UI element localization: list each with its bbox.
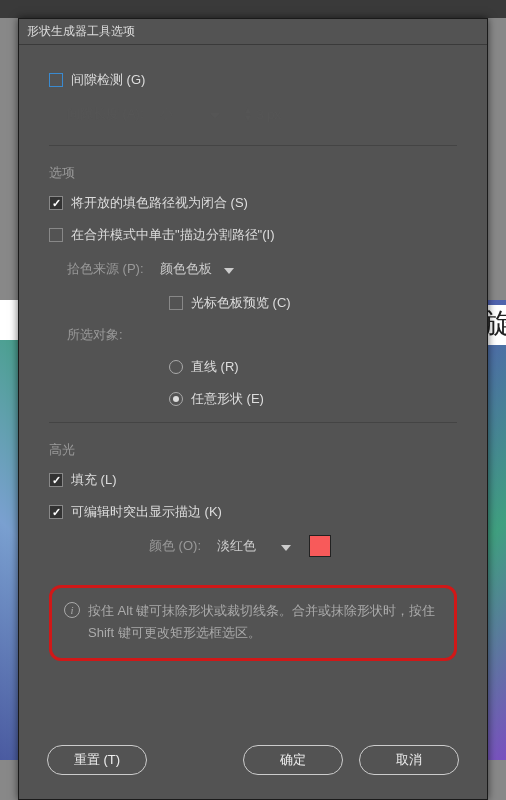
selected-object-label: 所选对象:: [67, 326, 123, 344]
divider: [49, 145, 457, 146]
gap-detection-checkbox[interactable]: [49, 73, 63, 87]
open-path-label: 将开放的填色路径视为闭合 (S): [71, 194, 248, 212]
shape-builder-options-dialog: 形状生成器工具选项 间隙检测 (G) 间隙长度 (A): 小 ▲▼ 3 px 选…: [18, 18, 488, 800]
ok-button[interactable]: 确定: [243, 745, 343, 775]
gap-length-label: 间隙长度 (A):: [67, 105, 144, 123]
dialog-footer: 重置 (T) 确定 取消: [19, 733, 487, 799]
highlight-color-label: 颜色 (O):: [149, 537, 201, 555]
info-box: i 按住 Alt 键可抹除形状或裁切线条。合并或抹除形状时，按住 Shift 键…: [49, 585, 457, 661]
pick-source-value: 颜色色板: [160, 260, 212, 278]
gap-length-px-input: ▲▼ 3 px: [238, 103, 298, 125]
info-icon: i: [64, 602, 80, 618]
highlight-section-title: 高光: [49, 441, 457, 459]
cursor-preview-label: 光标色板预览 (C): [191, 294, 291, 312]
editable-highlight-label: 可编辑时突出显示描边 (K): [71, 503, 222, 521]
open-path-checkbox[interactable]: [49, 196, 63, 210]
radio-line[interactable]: [169, 360, 183, 374]
reset-button[interactable]: 重置 (T): [47, 745, 147, 775]
highlight-color-select[interactable]: 淡红色: [211, 535, 297, 557]
chevron-down-icon: [198, 107, 220, 122]
cancel-button[interactable]: 取消: [359, 745, 459, 775]
merge-stroke-checkbox[interactable]: [49, 228, 63, 242]
gap-length-value: 小: [160, 105, 173, 123]
fill-checkbox[interactable]: [49, 473, 63, 487]
info-text: 按住 Alt 键可抹除形状或裁切线条。合并或抹除形状时，按住 Shift 键可更…: [88, 600, 442, 644]
radio-line-label: 直线 (R): [191, 358, 239, 376]
dialog-title: 形状生成器工具选项: [27, 24, 135, 38]
radio-any-label: 任意形状 (E): [191, 390, 264, 408]
highlight-color-swatch[interactable]: [309, 535, 331, 557]
divider: [49, 422, 457, 423]
editable-highlight-checkbox[interactable]: [49, 505, 63, 519]
radio-any-shape[interactable]: [169, 392, 183, 406]
pick-source-select[interactable]: 颜色色板: [154, 258, 240, 280]
options-section-title: 选项: [49, 164, 457, 182]
stepper-arrows-icon: ▲▼: [244, 106, 253, 122]
gap-length-px-value: 3 px: [256, 107, 281, 122]
pick-source-label: 拾色来源 (P):: [67, 260, 144, 278]
gap-detection-label: 间隙检测 (G): [71, 71, 145, 89]
dialog-titlebar[interactable]: 形状生成器工具选项: [19, 19, 487, 45]
gap-length-select: 小: [154, 103, 226, 125]
highlight-color-value: 淡红色: [217, 537, 256, 555]
cursor-preview-checkbox[interactable]: [169, 296, 183, 310]
fill-label: 填充 (L): [71, 471, 117, 489]
chevron-down-icon: [269, 539, 291, 554]
merge-stroke-label: 在合并模式中单击"描边分割路径"(I): [71, 226, 275, 244]
chevron-down-icon: [212, 262, 234, 277]
